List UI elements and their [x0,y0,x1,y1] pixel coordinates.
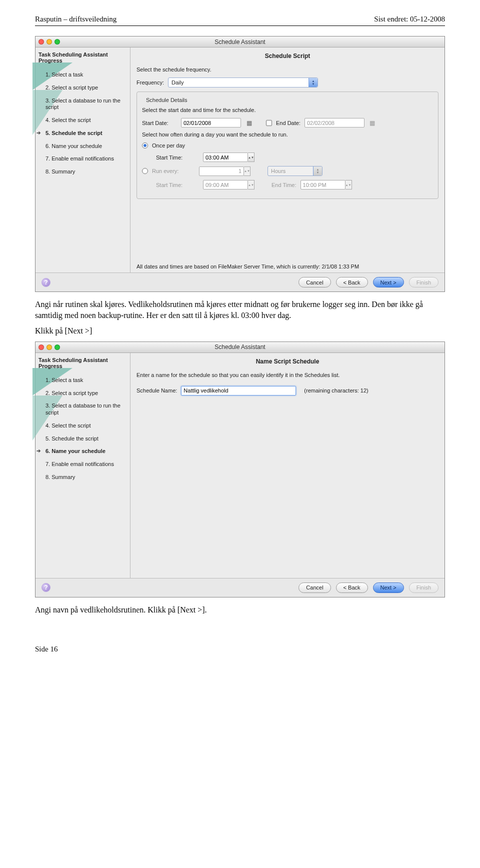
step-5: 5. Schedule the script [38,432,126,446]
sidebar-title: Task Scheduling Assistant Progress [38,52,126,64]
window-title: Schedule Assistant [36,38,444,46]
step-7: 7. Enable email notifications [38,152,126,166]
re-end-time-input [300,180,346,190]
chevron-updown-icon: ▲▼ [308,78,318,87]
run-every-spinner: ▲▼ [199,166,250,176]
page-title: Schedule Script [136,52,438,60]
cancel-button[interactable]: Cancel [298,277,330,288]
chevron-updown-icon: ▲▼ [313,166,322,176]
doc-divider [35,26,445,26]
wizard-footer: ? Cancel < Back Next > Finish [36,272,444,292]
paragraph-1b: Klikk på [Next >] [35,326,445,336]
run-every-unit-select: Hours ▲▼ [268,166,322,176]
re-end-time-spinner: ▲▼ [300,180,352,190]
step-list: 1. Select a task 2. Select a script type… [38,68,126,178]
start-date-label: Start Date: [142,120,177,126]
step-1: 1. Select a task [38,374,126,387]
window-title: Schedule Assistant [36,344,444,350]
wizard-main: Schedule Script Select the schedule freq… [130,48,444,272]
wizard-footer: ? Cancel < Back Next > Finish [36,578,444,597]
finish-button: Finish [409,582,438,593]
help-icon[interactable]: ? [42,278,50,287]
frequency-select[interactable]: Daily ▲▼ [168,78,318,88]
next-button[interactable]: Next > [373,582,404,593]
run-every-label: Run every: [152,168,195,174]
finish-button: Finish [409,277,438,288]
step-list: 1. Select a task 2. Select a script type… [38,374,126,484]
step-7: 7. Enable email notifications [38,458,126,471]
step-5: 5. Schedule the script [38,127,126,140]
step-8: 8. Summary [38,166,126,178]
wizard-sidebar: Task Scheduling Assistant Progress 1. Se… [36,353,130,578]
instruction-startdate: Select the start date and time for the s… [142,107,433,113]
schedule-name-label: Schedule Name: [136,388,177,394]
server-time-note: All dates and times are based on FileMak… [136,248,438,270]
calendar-icon: ▦ [368,119,376,127]
doc-header-left: Rasputin – driftsveiledning [35,15,116,24]
paragraph-1: Angi når rutinen skal kjøres. Vedlikehol… [35,299,445,320]
doc-header: Rasputin – driftsveiledning Sist endret:… [35,15,445,24]
step-8: 8. Summary [38,471,126,484]
start-time-input[interactable] [203,152,248,162]
window-titlebar: Schedule Assistant [36,36,444,48]
page-title: Name Script Schedule [136,358,438,365]
end-date-input [304,118,364,128]
step-6: 6. Name your schedule [38,140,126,153]
wizard-sidebar: Task Scheduling Assistant Progress 1. Se… [36,48,130,272]
wizard-main: Name Script Schedule Enter a name for th… [130,353,444,578]
schedule-assistant-window-1: Schedule Assistant Task Scheduling Assis… [35,36,445,292]
step-1: 1. Select a task [38,68,126,82]
end-date-checkbox[interactable] [266,120,272,126]
remaining-chars: (remaining characters: 12) [304,388,368,394]
calendar-icon[interactable]: ▦ [245,119,253,127]
paragraph-2: Angi navn på vedlikeholdsrutinen. Klikk … [35,604,445,616]
back-button[interactable]: < Back [336,582,368,593]
start-time-label: Start Time: [156,154,199,160]
run-every-unit: Hours [271,168,286,174]
window-titlebar: Schedule Assistant [36,342,444,353]
step-3: 3. Select a database to run the script [38,400,126,420]
schedule-details-fieldset: Schedule Details Select the start date a… [136,92,438,199]
help-icon[interactable]: ? [42,583,50,592]
schedule-name-input[interactable] [181,386,296,396]
sidebar-title: Task Scheduling Assistant Progress [38,357,126,369]
step-3: 3. Select a database to run the script [38,94,126,114]
instruction-name: Enter a name for the schedule so that yo… [136,372,438,378]
instruction-often: Select how often during a day you want t… [142,132,433,138]
next-button[interactable]: Next > [373,277,404,288]
step-4: 4. Select the script [38,114,126,127]
frequency-value: Daily [172,80,184,86]
doc-header-right: Sist endret: 05-12-2008 [374,15,445,24]
end-date-label: End Date: [276,120,300,126]
run-every-input [199,166,244,176]
stepper-icon: ▲▼ [248,180,254,190]
re-start-time-spinner: ▲▼ [203,180,254,190]
step-4: 4. Select the script [38,420,126,432]
instruction-frequency: Select the schedule frequency. [136,66,438,72]
run-every-radio[interactable] [142,168,148,174]
stepper-icon: ▲▼ [346,180,352,190]
schedule-assistant-window-2: Schedule Assistant Task Scheduling Assis… [35,342,445,598]
start-time-spinner[interactable]: ▲▼ [203,152,254,162]
stepper-icon[interactable]: ▲▼ [248,152,254,162]
start-date-input[interactable] [181,118,241,128]
cancel-button[interactable]: Cancel [298,582,330,593]
stepper-icon: ▲▼ [244,166,250,176]
re-start-time-label: Start Time: [156,182,199,188]
schedule-details-legend: Schedule Details [144,97,190,103]
once-per-day-radio[interactable] [142,142,148,148]
back-button[interactable]: < Back [336,277,368,288]
frequency-label: Frequency: [136,80,164,86]
page-number: Side 16 [35,645,445,654]
step-6: 6. Name your schedule [38,445,126,458]
re-end-time-label: End Time: [272,182,296,188]
step-2: 2. Select a script type [38,387,126,400]
re-start-time-input [203,180,248,190]
step-2: 2. Select a script type [38,82,126,94]
once-per-day-label: Once per day [152,142,185,148]
